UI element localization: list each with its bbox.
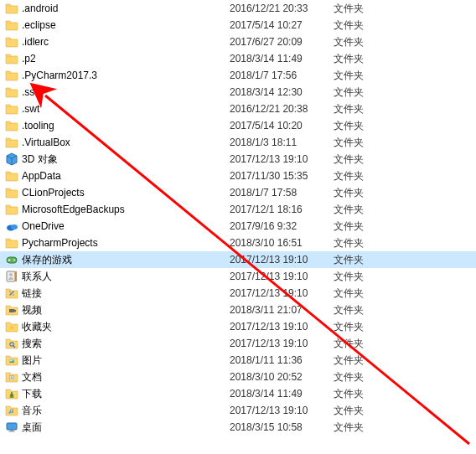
videos-icon <box>5 303 18 317</box>
svg-rect-9 <box>9 309 13 312</box>
file-date: 2018/3/11 21:07 <box>230 304 334 316</box>
file-date: 2018/3/14 11:49 <box>230 53 334 64</box>
music-icon <box>5 404 18 417</box>
file-type: 文件夹 <box>334 119 401 133</box>
pictures-icon <box>5 353 18 367</box>
file-name: .eclipse <box>22 19 230 31</box>
folder-icon <box>5 2 18 15</box>
file-type: 文件夹 <box>334 102 401 116</box>
file-type: 文件夹 <box>334 286 401 301</box>
svg-point-5 <box>13 260 15 261</box>
file-date: 2018/1/7 17:58 <box>230 187 334 199</box>
folder-icon <box>5 102 18 116</box>
file-row[interactable]: 收藏夹2017/12/13 19:10文件夹 <box>0 318 476 335</box>
file-row[interactable]: 图片2018/1/11 11:36文件夹 <box>0 352 476 369</box>
svg-rect-8 <box>15 271 17 281</box>
favorites-icon <box>5 320 18 333</box>
file-date: 2017/12/13 19:10 <box>230 153 334 165</box>
file-name: .VirtualBox <box>22 137 230 148</box>
folder-icon <box>5 85 18 99</box>
file-date: 2016/12/21 20:33 <box>230 3 334 14</box>
folder-icon <box>5 169 18 183</box>
file-row[interactable]: .ssh2018/3/14 12:30文件夹 <box>0 84 476 101</box>
file-row[interactable]: .PyCharm2017.32018/1/7 17:56文件夹 <box>0 67 476 84</box>
downloads-icon <box>5 387 18 400</box>
file-row[interactable]: PycharmProjects2018/3/10 16:51文件夹 <box>0 235 476 251</box>
folder-icon <box>5 203 18 216</box>
svg-rect-22 <box>9 431 15 432</box>
games-icon <box>5 253 18 266</box>
file-row[interactable]: .eclipse2017/5/14 10:27文件夹 <box>0 17 476 34</box>
file-type: 文件夹 <box>334 420 401 435</box>
file-name: AppData <box>22 170 230 182</box>
file-date: 2017/12/13 19:10 <box>230 271 334 282</box>
file-type: 文件夹 <box>334 320 401 334</box>
file-row[interactable]: CLionProjects2018/1/7 17:58文件夹 <box>0 184 476 201</box>
file-row[interactable]: .VirtualBox2018/1/3 18:11文件夹 <box>0 134 476 151</box>
file-name: .p2 <box>22 53 230 64</box>
file-row[interactable]: 音乐2017/12/13 19:10文件夹 <box>0 402 476 419</box>
file-name: .PyCharm2017.3 <box>22 70 230 81</box>
file-date: 2017/12/13 19:10 <box>230 338 334 349</box>
svg-rect-21 <box>10 430 13 431</box>
file-date: 2017/11/30 15:35 <box>230 170 334 182</box>
file-type: 文件夹 <box>334 18 401 33</box>
folder-icon <box>5 136 18 149</box>
file-row[interactable]: .swt2016/12/21 20:38文件夹 <box>0 101 476 117</box>
file-name: CLionProjects <box>22 187 230 199</box>
file-type: 文件夹 <box>334 253 401 267</box>
links-icon <box>5 286 18 300</box>
file-row[interactable]: 下载2018/3/14 11:49文件夹 <box>0 385 476 402</box>
file-type: 文件夹 <box>334 337 401 351</box>
file-name: OneDrive <box>22 220 230 232</box>
documents-icon <box>5 370 18 384</box>
desktop-icon <box>5 420 18 434</box>
file-type: 文件夹 <box>334 219 401 234</box>
file-type: 文件夹 <box>334 370 401 384</box>
file-name: 下载 <box>22 387 230 401</box>
file-name: 桌面 <box>22 420 230 435</box>
svg-rect-20 <box>7 423 17 430</box>
file-date: 2017/5/14 10:27 <box>230 19 334 31</box>
file-name: .android <box>22 3 230 14</box>
file-row[interactable]: AppData2017/11/30 15:35文件夹 <box>0 168 476 184</box>
file-row[interactable]: 联系人2017/12/13 19:10文件夹 <box>0 268 476 285</box>
file-row[interactable]: 链接2017/12/13 19:10文件夹 <box>0 285 476 302</box>
file-date: 2017/9/16 9:32 <box>230 220 334 232</box>
file-row[interactable]: OneDrive2017/9/16 9:32文件夹 <box>0 218 476 235</box>
file-type: 文件夹 <box>334 52 401 66</box>
file-row[interactable]: .idlerc2017/6/27 20:09文件夹 <box>0 34 476 50</box>
file-row[interactable]: .p22018/3/14 11:49文件夹 <box>0 50 476 67</box>
file-row[interactable]: 3D 对象2017/12/13 19:10文件夹 <box>0 151 476 168</box>
file-date: 2017/5/14 10:20 <box>230 120 334 132</box>
file-row[interactable]: 文档2018/3/10 20:52文件夹 <box>0 369 476 385</box>
file-name: PycharmProjects <box>22 237 230 249</box>
file-name: 保存的游戏 <box>22 253 230 267</box>
file-date: 2018/3/14 11:49 <box>230 388 334 400</box>
file-row[interactable]: 搜索2017/12/13 19:10文件夹 <box>0 335 476 352</box>
file-row[interactable]: 视频2018/3/11 21:07文件夹 <box>0 302 476 318</box>
file-type: 文件夹 <box>334 270 401 284</box>
file-row[interactable]: 桌面2018/3/15 10:58文件夹 <box>0 419 476 436</box>
contacts-icon <box>5 270 18 283</box>
file-date: 2018/1/11 11:36 <box>230 354 334 366</box>
file-row[interactable]: MicrosoftEdgeBackups2017/12/1 18:16文件夹 <box>0 201 476 218</box>
file-name: .swt <box>22 103 230 115</box>
folder-icon <box>5 18 18 32</box>
file-name: 音乐 <box>22 404 230 418</box>
file-type: 文件夹 <box>334 35 401 49</box>
file-name: .ssh <box>22 86 230 98</box>
file-list: .android2016/12/21 20:33文件夹.eclipse2017/… <box>0 0 476 436</box>
onedrive-icon <box>5 219 18 233</box>
file-type: 文件夹 <box>334 152 401 167</box>
folder-icon <box>5 186 18 199</box>
file-type: 文件夹 <box>334 169 401 183</box>
svg-point-3 <box>11 224 18 230</box>
file-type: 文件夹 <box>334 69 401 83</box>
file-row[interactable]: .android2016/12/21 20:33文件夹 <box>0 0 476 17</box>
file-date: 2018/3/14 12:30 <box>230 86 334 98</box>
file-row[interactable]: 保存的游戏2017/12/13 19:10文件夹 <box>0 251 476 268</box>
file-row[interactable]: .tooling2017/5/14 10:20文件夹 <box>0 117 476 134</box>
folder-icon <box>5 69 18 82</box>
file-type: 文件夹 <box>334 85 401 100</box>
